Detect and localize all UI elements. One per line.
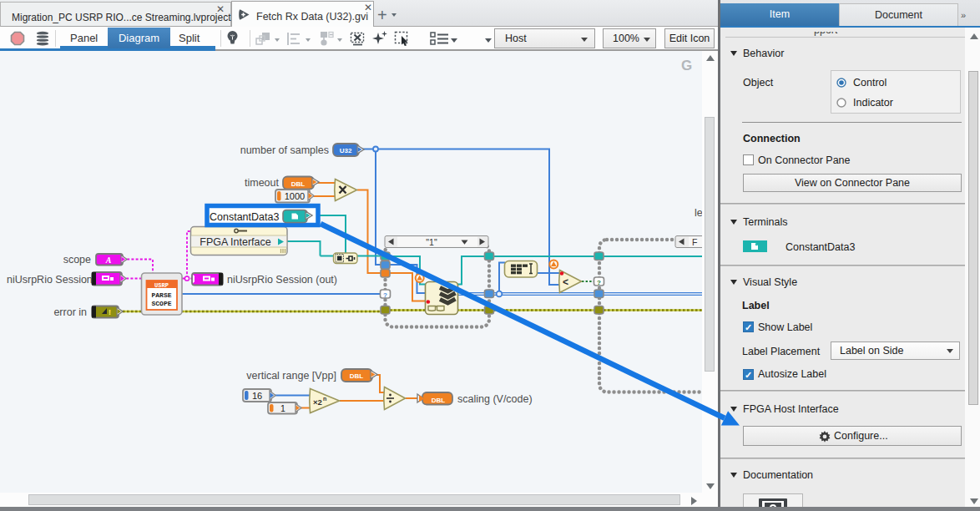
svg-text:PARSE: PARSE <box>151 291 171 299</box>
svg-text:niUsrpRio Session: niUsrpRio Session <box>7 274 93 286</box>
svg-text:timeout: timeout <box>245 177 280 189</box>
svg-text:DBL: DBL <box>350 372 364 380</box>
svg-text:"1": "1" <box>426 237 437 247</box>
svg-text:G: G <box>681 58 692 73</box>
svg-text:1: 1 <box>280 403 285 413</box>
svg-text:le: le <box>695 207 702 219</box>
svg-text:A: A <box>105 256 112 265</box>
svg-text:niUsrpRio Session (out): niUsrpRio Session (out) <box>227 274 337 286</box>
svg-text:number of samples: number of samples <box>240 144 329 156</box>
svg-text:×2: ×2 <box>313 397 322 407</box>
svg-text:vertical range [Vpp]: vertical range [Vpp] <box>246 370 336 382</box>
svg-text:n: n <box>323 396 326 402</box>
svg-text:16: 16 <box>252 391 262 401</box>
svg-text:SCOPE: SCOPE <box>151 300 171 307</box>
svg-text:scope: scope <box>63 254 91 266</box>
svg-text:!: ! <box>109 308 111 316</box>
svg-text:DBL: DBL <box>432 397 446 404</box>
svg-text:U32: U32 <box>340 147 352 154</box>
svg-text:?: ? <box>383 291 387 299</box>
svg-text:error in: error in <box>53 306 87 318</box>
svg-text:scaling (V/code): scaling (V/code) <box>457 393 533 405</box>
svg-text:?: ? <box>597 279 601 286</box>
svg-text:1000: 1000 <box>285 191 305 201</box>
svg-text:DBL: DBL <box>291 180 306 188</box>
svg-text:ConstantData3: ConstantData3 <box>210 211 279 223</box>
svg-text:<: < <box>563 276 568 288</box>
svg-text:USRP: USRP <box>154 282 169 289</box>
svg-text:FPGA Interface: FPGA Interface <box>200 236 271 248</box>
svg-text:F: F <box>692 237 697 247</box>
